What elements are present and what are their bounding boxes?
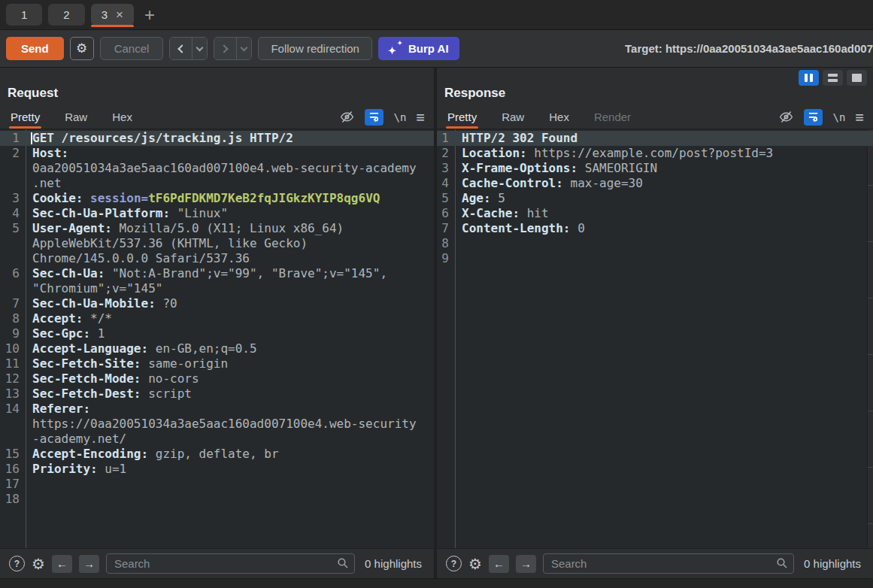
search-prev-button[interactable]: ← bbox=[489, 555, 509, 573]
word-wrap-button[interactable] bbox=[365, 109, 383, 126]
response-editor-row[interactable]: 4Cache-Control: max-age=30 bbox=[437, 176, 873, 191]
new-tab-button[interactable]: + bbox=[140, 6, 159, 24]
request-editor-row[interactable]: 1GET /resources/js/tracking.js HTTP/2 bbox=[0, 131, 434, 146]
forward-dropdown-button[interactable] bbox=[236, 38, 251, 59]
response-menu-button[interactable]: ≡ bbox=[855, 110, 864, 125]
burp-repeater-window: 123× + Send ⚙ Cancel Follow redirection bbox=[0, 0, 873, 588]
forward-button[interactable] bbox=[214, 38, 236, 59]
request-editor-row[interactable]: 3Cookie: session=tF6PdFDKMD7KeB2fqJIGkzK… bbox=[0, 191, 434, 206]
layout-toggle-group bbox=[799, 70, 867, 86]
request-editor-row[interactable]: 13Sec-Fetch-Dest: script bbox=[0, 386, 434, 402]
response-editor-row[interactable]: 5Age: 5 bbox=[437, 191, 873, 206]
response-tab-raw[interactable]: Raw bbox=[502, 105, 524, 129]
response-editor-row[interactable]: 9 bbox=[437, 251, 873, 266]
back-button[interactable] bbox=[170, 38, 192, 59]
request-editor-row[interactable]: 9Sec-Gpc: 1 bbox=[0, 326, 434, 341]
line-content bbox=[26, 492, 32, 507]
line-content bbox=[455, 251, 462, 266]
line-number: 3 bbox=[437, 161, 455, 176]
request-editor-row[interactable]: 6Sec-Ch-Ua: "Not:A-Brand";v="99", "Brave… bbox=[0, 266, 434, 281]
request-tab-hex[interactable]: Hex bbox=[112, 105, 132, 129]
request-search-box bbox=[106, 553, 355, 574]
response-editor-row[interactable]: 6X-Cache: hit bbox=[437, 206, 873, 221]
request-editor-row[interactable]: AppleWebKit/537.36 (KHTML, like Gecko) bbox=[0, 236, 434, 251]
request-tab-raw[interactable]: Raw bbox=[65, 105, 87, 129]
search-next-button[interactable]: → bbox=[516, 555, 536, 573]
request-editor-row[interactable]: 18 bbox=[0, 492, 434, 507]
hide-nonprintable-button[interactable] bbox=[339, 109, 355, 125]
request-search-input[interactable] bbox=[106, 553, 355, 574]
line-content: Cache-Control: max-age=30 bbox=[455, 176, 643, 191]
send-button[interactable]: Send bbox=[6, 37, 64, 60]
request-editor-row[interactable]: .net bbox=[0, 176, 434, 191]
request-editor-row[interactable]: 7Sec-Ch-Ua-Mobile: ?0 bbox=[0, 296, 434, 311]
response-editor-row[interactable]: 1HTTP/2 302 Found bbox=[437, 131, 873, 146]
arrow-right-icon: → bbox=[520, 557, 532, 570]
line-number bbox=[0, 251, 26, 266]
repeater-tab-3[interactable]: 3× bbox=[91, 4, 134, 26]
burp-ai-button[interactable]: ✦ ✦ Burp AI bbox=[378, 37, 459, 60]
line-content: Accept-Encoding: gzip, deflate, br bbox=[26, 447, 279, 462]
response-panel-top bbox=[437, 68, 873, 86]
response-editor-row[interactable]: 2Location: https://example.com/post?post… bbox=[437, 146, 873, 161]
follow-redirection-button[interactable]: Follow redirection bbox=[258, 37, 372, 60]
layout-rows-button[interactable] bbox=[823, 70, 843, 86]
response-editor-icons: \n ≡ bbox=[778, 105, 864, 129]
request-editor-row[interactable]: 11Sec-Fetch-Site: same-origin bbox=[0, 356, 434, 371]
word-wrap-button[interactable] bbox=[804, 109, 823, 126]
request-editor-row[interactable]: -academy.net/ bbox=[0, 432, 434, 447]
request-editor-row[interactable]: 16Priority: u=1 bbox=[0, 462, 434, 477]
response-tab-render[interactable]: Render bbox=[594, 105, 631, 129]
request-editor-row[interactable]: https://0aa20051034a3ae5aac160ad007100e4… bbox=[0, 417, 434, 432]
cancel-button[interactable]: Cancel bbox=[100, 37, 164, 60]
request-editor-row[interactable]: 4Sec-Ch-Ua-Platform: "Linux" bbox=[0, 206, 434, 221]
request-panel-top-spacer bbox=[0, 68, 434, 86]
line-number: 11 bbox=[0, 356, 26, 371]
response-editor-row[interactable]: 8 bbox=[437, 236, 873, 251]
layout-columns-button[interactable] bbox=[799, 70, 819, 86]
layout-single-button[interactable] bbox=[847, 70, 867, 86]
line-number: 15 bbox=[0, 447, 26, 462]
line-content: Content-Length: 0 bbox=[455, 221, 585, 236]
line-number: 7 bbox=[437, 221, 455, 236]
search-settings-button[interactable]: ⚙ bbox=[32, 556, 45, 571]
request-editor-row[interactable]: 8Accept: */* bbox=[0, 311, 434, 326]
close-tab-icon[interactable]: × bbox=[116, 8, 123, 21]
response-editor-row[interactable]: 7Content-Length: 0 bbox=[437, 221, 873, 236]
request-editor-row[interactable]: 2Host: bbox=[0, 146, 434, 161]
response-editor-row[interactable]: 3X-Frame-Options: SAMEORIGIN bbox=[437, 161, 873, 176]
gear-icon: ⚙ bbox=[32, 556, 45, 572]
request-editor-row[interactable]: Chrome/145.0.0.0 Safari/537.36 bbox=[0, 251, 434, 266]
show-newlines-button[interactable]: \n bbox=[393, 111, 406, 123]
request-editor-row[interactable]: "Chromium";v="145" bbox=[0, 281, 434, 296]
back-dropdown-button[interactable] bbox=[192, 38, 207, 59]
send-settings-button[interactable]: ⚙ bbox=[70, 37, 94, 60]
search-next-button[interactable]: → bbox=[79, 555, 99, 573]
request-editor-row[interactable]: 0aa20051034a3ae5aac160ad007100e4.web-sec… bbox=[0, 161, 434, 176]
help-icon[interactable]: ? bbox=[446, 556, 462, 571]
line-number: 14 bbox=[0, 402, 26, 417]
request-editor[interactable]: 1GET /resources/js/tracking.js HTTP/22Ho… bbox=[0, 129, 434, 548]
request-editor-row[interactable]: 12Sec-Fetch-Mode: no-cors bbox=[0, 371, 434, 386]
response-search-input[interactable] bbox=[543, 553, 794, 574]
search-settings-button[interactable]: ⚙ bbox=[468, 556, 482, 571]
response-tab-hex[interactable]: Hex bbox=[549, 105, 569, 129]
request-editor-row[interactable]: 14Referer: bbox=[0, 402, 434, 417]
request-panel-title: Request bbox=[8, 86, 434, 105]
repeater-tab-1[interactable]: 1 bbox=[6, 4, 42, 26]
request-editor-row[interactable]: 17 bbox=[0, 477, 434, 492]
rows-icon bbox=[828, 74, 838, 77]
request-editor-row[interactable]: 5User-Agent: Mozilla/5.0 (X11; Linux x86… bbox=[0, 221, 434, 236]
help-icon[interactable]: ? bbox=[9, 556, 25, 571]
request-editor-row[interactable]: 10Accept-Language: en-GB,en;q=0.5 bbox=[0, 341, 434, 356]
hide-nonprintable-button[interactable] bbox=[778, 109, 794, 125]
response-editor[interactable]: 1HTTP/2 302 Found2Location: https://exam… bbox=[437, 129, 873, 548]
request-tab-pretty[interactable]: Pretty bbox=[11, 105, 40, 129]
line-number: 12 bbox=[0, 371, 26, 386]
request-editor-row[interactable]: 15Accept-Encoding: gzip, deflate, br bbox=[0, 447, 434, 462]
request-menu-button[interactable]: ≡ bbox=[416, 110, 425, 125]
response-tab-pretty[interactable]: Pretty bbox=[447, 105, 477, 129]
show-newlines-button[interactable]: \n bbox=[832, 111, 845, 123]
repeater-tab-2[interactable]: 2 bbox=[48, 4, 84, 26]
search-prev-button[interactable]: ← bbox=[52, 555, 72, 573]
